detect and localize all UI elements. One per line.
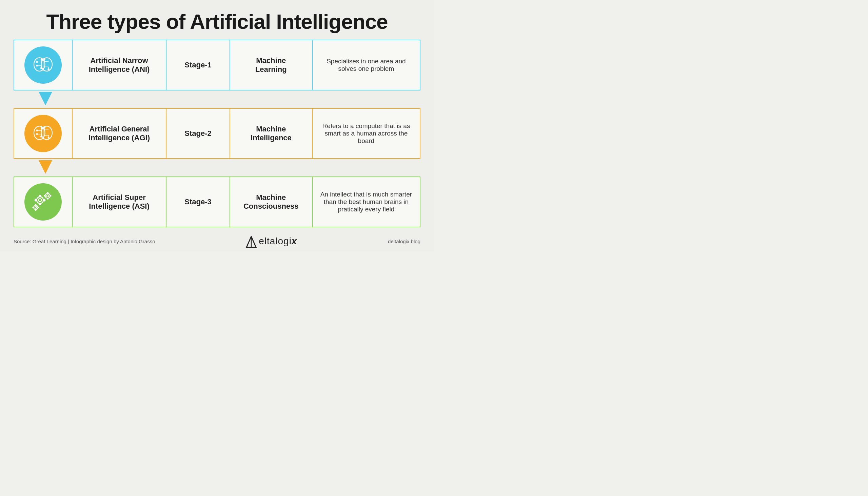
col-name-ani: Artificial Narrow Intelligence (ANI) (72, 40, 166, 90)
svg-rect-54 (35, 204, 36, 205)
row-asi: Artificial Super Intelligence (ASI) Stag… (14, 176, 420, 227)
footer-logo-text: eltalogix (259, 236, 297, 247)
row-agi: Artificial General Intelligence (AGI) St… (14, 108, 420, 159)
svg-rect-38 (39, 195, 41, 197)
svg-marker-17 (39, 92, 52, 105)
col-stage-agi: Stage-2 (166, 109, 229, 158)
svg-point-33 (36, 129, 38, 131)
down-arrow-agi (35, 160, 56, 175)
footer-website: deltalogix.blog (388, 238, 420, 244)
delta-icon (246, 236, 257, 248)
svg-point-52 (33, 205, 38, 210)
brain-icon-ani (31, 53, 55, 77)
gears-icon-asi (31, 190, 55, 214)
svg-point-29 (41, 127, 42, 129)
svg-rect-39 (39, 204, 41, 205)
col-desc-asi: An intellect that is much smarter than t… (312, 177, 420, 227)
svg-rect-55 (35, 210, 36, 211)
row-ani: Artificial Narrow Intelligence (ANI) Sta… (14, 40, 420, 91)
svg-point-34 (36, 133, 38, 135)
svg-point-32 (48, 137, 49, 139)
svg-point-31 (44, 126, 45, 128)
svg-point-13 (44, 58, 45, 60)
col-type-ani: Machine Learning (229, 40, 312, 90)
svg-point-15 (36, 61, 38, 63)
brain-icon-agi (31, 121, 55, 146)
col-stage-asi: Stage-3 (166, 177, 229, 227)
footer-source: Source: Great Learning | Infographic des… (14, 238, 155, 244)
page-title: Three types of Artificial Intelligence (0, 0, 434, 40)
arrow-ani-agi (14, 91, 420, 108)
svg-point-30 (40, 136, 42, 137)
page: Three types of Artificial Intelligence (0, 0, 434, 251)
arrow-agi-asi (14, 159, 420, 176)
col-icon-agi (14, 109, 72, 158)
footer-logo: eltalogix (246, 235, 297, 248)
svg-point-12 (40, 67, 42, 69)
svg-marker-35 (39, 160, 52, 174)
col-name-asi: Artificial Super Intelligence (ASI) (72, 177, 166, 227)
svg-rect-51 (44, 195, 45, 197)
icon-circle-agi (25, 115, 62, 152)
footer: Source: Great Learning | Infographic des… (0, 230, 434, 251)
col-stage-ani: Stage-1 (166, 40, 229, 90)
col-type-agi: Machine Intelligence (229, 109, 312, 158)
svg-rect-56 (38, 207, 39, 208)
col-desc-agi: Refers to a computer that is as smart as… (312, 109, 420, 158)
footer-logo-icon (246, 235, 257, 248)
col-desc-ani: Specialises in one area and solves one p… (312, 40, 420, 90)
svg-rect-57 (32, 207, 34, 208)
svg-point-11 (41, 59, 42, 60)
svg-point-46 (45, 193, 50, 198)
col-icon-ani (14, 40, 72, 90)
svg-point-36 (36, 197, 43, 204)
svg-rect-49 (47, 198, 48, 200)
col-icon-asi (14, 177, 72, 227)
col-type-asi: Machine Consciousness (229, 177, 312, 227)
col-name-agi: Artificial General Intelligence (AGI) (72, 109, 166, 158)
svg-rect-48 (47, 192, 48, 193)
content-area: Artificial Narrow Intelligence (ANI) Sta… (0, 40, 434, 227)
svg-point-16 (36, 65, 38, 66)
down-arrow-ani (35, 92, 56, 107)
svg-point-53 (35, 207, 36, 208)
svg-point-14 (48, 68, 49, 70)
svg-point-47 (46, 195, 48, 197)
svg-point-37 (39, 199, 42, 202)
icon-circle-asi (25, 183, 62, 220)
icon-circle-ani (25, 46, 62, 84)
svg-rect-50 (50, 195, 51, 197)
